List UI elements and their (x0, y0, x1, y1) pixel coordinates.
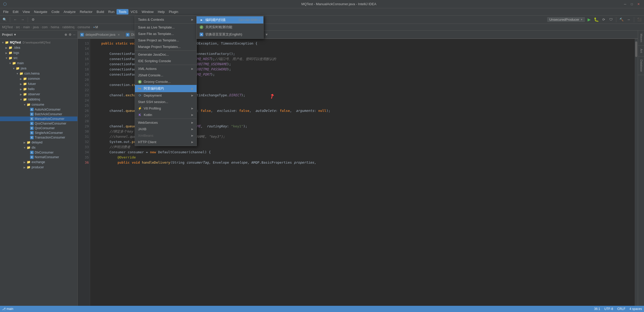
tree-item-hello[interactable]: ▶ 📁 hello (0, 86, 77, 92)
menu-code[interactable]: Code (49, 9, 62, 14)
menu-run[interactable]: Run (106, 9, 117, 14)
run-button[interactable]: ▶ (586, 17, 592, 23)
debug-button[interactable]: 🐛 (593, 17, 599, 23)
toolbar-settings[interactable]: ⚙ (30, 17, 36, 23)
coverage-button[interactable]: 🛡 (608, 17, 614, 23)
breadcrumb-part[interactable]: main (23, 25, 30, 29)
menu-help[interactable]: Help (156, 9, 167, 14)
tree-item-dlxconsumer[interactable]: ▶ C DlxConsumer (0, 150, 77, 155)
breadcrumb-part[interactable]: MQTest (2, 25, 13, 29)
menu-plugin[interactable]: Plugin (167, 9, 180, 14)
sync-button[interactable]: ↔ (626, 17, 632, 23)
tree-item-batchack[interactable]: ▶ C BatchAckConsumer (0, 112, 77, 117)
tree-item-qos[interactable]: ▶ C QosConsumer (0, 126, 77, 130)
indent-label[interactable]: 4 spaces (629, 307, 642, 311)
menu-tools[interactable]: Tools (117, 9, 128, 14)
vertical-scrollbar[interactable] (635, 39, 638, 312)
menu-ali-coding[interactable]: ↪ 阿里编码规约 (135, 85, 197, 92)
menu-groovy-console[interactable]: G Groovy Console... (135, 78, 197, 85)
terminal-button[interactable]: ⬛ (636, 17, 642, 23)
menu-deployment[interactable]: ⟳ Deployment (135, 92, 197, 99)
toolbar-forward[interactable]: → (19, 17, 26, 23)
menu-ide-scripting-console[interactable]: IDE Scripting Console (135, 58, 197, 64)
tree-item-qoschannel[interactable]: ▶ C QosChannelConsumer (0, 121, 77, 126)
git-branch[interactable]: ⎇ main (2, 307, 13, 311)
menu-jaxb[interactable]: JAXB (135, 126, 197, 132)
sidebar-minimize-icon[interactable]: ─ (73, 33, 75, 37)
menu-edit[interactable]: Edit (11, 9, 20, 14)
profile-button[interactable]: ⟳ (600, 17, 607, 23)
run-config-selector[interactable]: UnsecuredProducer ▼ (547, 17, 585, 22)
maximize-button[interactable]: □ (629, 2, 634, 6)
menu-v8-profiling[interactable]: ⚡ V8 Profiling (135, 105, 197, 112)
line-separator-label[interactable]: CRLF (617, 307, 625, 311)
menu-save-live-template[interactable]: Save as Live Template... (135, 24, 197, 31)
submenu-code-scan[interactable]: ▶ 编码规约扫描 Ctrl+Alt+Shift+J (197, 16, 263, 24)
menu-manage-templates[interactable]: Manage Project Templates... (135, 43, 197, 50)
menu-analyze[interactable]: Analyze (62, 9, 78, 14)
toolbar-back[interactable]: ← (12, 17, 18, 23)
menu-vcs[interactable]: VCS (128, 9, 140, 14)
tree-item-observer[interactable]: ▶ 📁 observer (0, 92, 77, 97)
breadcrumb-part[interactable]: rabbitmq (62, 25, 75, 29)
submenu-close-realtime[interactable]: ✓ 关闭实时检测功能 (197, 24, 263, 31)
menu-build[interactable]: Build (95, 9, 106, 14)
close-button[interactable]: ✕ (636, 2, 641, 6)
tree-item-rabbitmq[interactable]: ▼ 📁 rabbitmq (0, 97, 77, 102)
submenu-switch-lang[interactable]: A 切换语言至英文(English) (197, 31, 263, 38)
menu-jshell-console[interactable]: JShell Console... (135, 72, 197, 78)
menu-ssh-session[interactable]: Start SSH session... (135, 99, 197, 105)
menu-save-file-template[interactable]: Save File as Template... (135, 31, 197, 37)
tree-item-autoack[interactable]: ▶ C AutoAckConsumer (0, 107, 77, 112)
tree-item-manualack[interactable]: ▶ C ManualAckConsumer (0, 117, 77, 121)
encoding-label[interactable]: UTF-8 (604, 307, 613, 311)
menu-navigate[interactable]: Navigate (32, 9, 49, 14)
menu-xml-actions[interactable]: XML Actions (135, 66, 197, 72)
menu-refactor[interactable]: Refactor (78, 9, 95, 14)
tab-close-button[interactable]: ✕ (117, 33, 120, 37)
menu-tasks-contexts[interactable]: Tasks & Contexts (135, 16, 197, 23)
scrollbar-thumb[interactable] (635, 41, 637, 57)
tree-item-normalconsumer[interactable]: ▶ C NormalConsumer (0, 155, 77, 159)
breadcrumb-part[interactable]: java (33, 25, 39, 29)
menu-webservices[interactable]: WebServices (135, 119, 197, 126)
menu-save-project-template[interactable]: Save Project as Template... (135, 37, 197, 43)
tree-item-idea[interactable]: ▶ 📁 .idea (0, 45, 77, 50)
tree-item-com-heima[interactable]: ▼ 📁 com.heima (0, 71, 77, 76)
minimize-button[interactable]: ─ (623, 2, 627, 6)
menu-file[interactable]: File (1, 9, 11, 14)
menu-generate-javadoc[interactable]: Generate JavaDoc... (135, 51, 197, 58)
right-tab-maven[interactable]: Maven (638, 31, 644, 46)
sidebar-settings-icon[interactable]: ⚙ (69, 33, 71, 37)
tree-item-delayed[interactable]: ▶ 📁 delayed (0, 140, 77, 145)
menu-window[interactable]: Window (140, 9, 156, 14)
breadcrumb-part[interactable]: M (95, 25, 98, 29)
right-tab-database[interactable]: Database (638, 56, 644, 75)
sidebar-collapse-icon[interactable]: ⊕ (64, 33, 67, 37)
tree-item-singleack[interactable]: ▶ C SingleAckConsumer (0, 130, 77, 135)
tree-item-logs[interactable]: ▶ 📁 logs (0, 50, 77, 55)
tree-item-java[interactable]: ▼ 📁 java (0, 66, 77, 71)
breadcrumb-part[interactable]: com (42, 25, 48, 29)
tree-item-dlx[interactable]: ▼ 📁 dlx (0, 145, 77, 150)
tab-delayedproducer[interactable]: C delayedProducer.java ✕ (78, 31, 123, 38)
breadcrumb-part[interactable]: consume (77, 25, 90, 29)
build-button[interactable]: 🔨 (618, 17, 625, 23)
tree-item-futuer[interactable]: ▶ 📁 futuer (0, 81, 77, 86)
breadcrumb-part[interactable]: src (16, 25, 20, 29)
menu-view[interactable]: View (20, 9, 32, 14)
tree-item-exchange[interactable]: ▶ 📁 exchange (0, 159, 77, 165)
tree-item-producer[interactable]: ▶ 📁 producer (0, 165, 77, 170)
menu-http-client[interactable]: HTTP Client (135, 139, 197, 145)
menu-kotlin[interactable]: K Kotlin (135, 112, 197, 118)
tree-item-src[interactable]: ▼ 📁 src (0, 55, 77, 61)
tree-item-main[interactable]: ▼ 📁 main (0, 61, 77, 66)
right-tab-ant[interactable]: Ant (638, 46, 644, 56)
tree-item-consume[interactable]: ▼ 📁 consume (0, 102, 77, 107)
tree-item-common[interactable]: ▶ 📁 common (0, 76, 77, 81)
tree-item-root[interactable]: ▼ 📁 MQTest D:\workspace\MQTest (0, 40, 77, 45)
tab-overflow-button[interactable]: ▼ (263, 33, 270, 37)
toolbar-search[interactable]: 🔍 (2, 17, 8, 23)
tree-item-transaction[interactable]: ▶ C TransactionConsumer (0, 135, 77, 140)
breadcrumb-part[interactable]: heima (51, 25, 59, 29)
